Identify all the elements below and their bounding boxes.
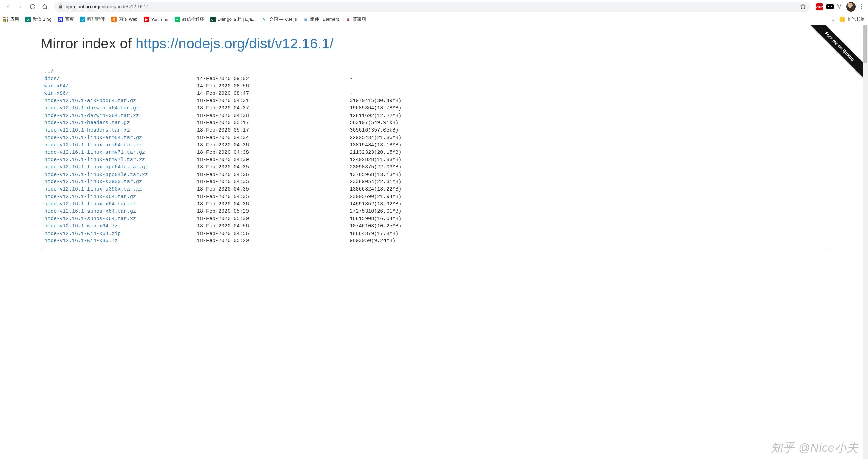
file-link[interactable]: node-v12.16.1-linux-armv7l.tar.gz bbox=[44, 149, 145, 155]
file-link[interactable]: ../ bbox=[44, 68, 54, 74]
listing-row: node-v12.16.1-sunos-x64.tar.gz 18-Feb-20… bbox=[44, 208, 824, 215]
bookmark-item[interactable]: ♨慕课网 bbox=[345, 16, 366, 22]
file-link[interactable]: win-x86/ bbox=[44, 91, 69, 96]
file-link[interactable]: node-v12.16.1-darwin-x64.tar.xz bbox=[44, 113, 139, 119]
file-link[interactable]: node-v12.16.1-linux-x64.tar.gz bbox=[44, 194, 136, 200]
bookmark-item[interactable]: b哔哩哔哩 bbox=[80, 16, 105, 22]
apps-button[interactable]: 应用 bbox=[3, 16, 19, 22]
folder-icon bbox=[840, 17, 845, 22]
file-link[interactable]: node-v12.16.1-linux-ppc64le.tar.xz bbox=[44, 172, 148, 178]
listing-row: node-v12.16.1-linux-s390x.tar.xz 18-Feb-… bbox=[44, 186, 824, 193]
profile-avatar[interactable] bbox=[846, 2, 856, 12]
bookmark-label: 闪传 Web bbox=[119, 16, 138, 22]
file-link[interactable]: node-v12.16.1-linux-arm64.tar.gz bbox=[44, 135, 142, 141]
bookmark-favicon: ▶ bbox=[144, 17, 149, 22]
bookmark-item[interactable]: V介绍 — Vue.js bbox=[262, 16, 297, 22]
listing-row: win-x86/ 14-Feb-2020 08:47 - bbox=[44, 90, 824, 97]
scrollbar-track[interactable] bbox=[863, 25, 868, 459]
bookmark-item[interactable]: ▶YouTube bbox=[144, 17, 169, 22]
listing-row: node-v12.16.1-headers.tar.gz 18-Feb-2020… bbox=[44, 119, 824, 127]
adblock-extension-icon[interactable]: ABP bbox=[816, 3, 823, 10]
file-link[interactable]: node-v12.16.1-darwin-x64.tar.gz bbox=[44, 105, 139, 111]
file-link[interactable]: node-v12.16.1-headers.tar.gz bbox=[44, 120, 130, 126]
bookmark-item[interactable]: b微软 Bing bbox=[25, 16, 52, 22]
chrome-menu-button[interactable] bbox=[857, 4, 865, 9]
forward-button[interactable] bbox=[15, 1, 26, 12]
bookmark-label: 百度 bbox=[65, 16, 74, 22]
file-link[interactable]: node-v12.16.1-sunos-x64.tar.gz bbox=[44, 208, 136, 214]
directory-listing: ../docs/ 14-Feb-2020 09:02 -win-x64/ 14-… bbox=[41, 63, 827, 250]
bookmark-label: 慕课网 bbox=[353, 16, 366, 22]
back-button[interactable] bbox=[3, 1, 14, 12]
bookmark-item[interactable]: djDjango 文档 | Dja... bbox=[210, 16, 256, 22]
bookmark-favicon: dj bbox=[210, 17, 216, 22]
svg-marker-0 bbox=[800, 4, 805, 9]
listing-row: node-v12.16.1-darwin-x64.tar.xz 18-Feb-2… bbox=[44, 112, 824, 120]
listing-row: node-v12.16.1-win-x86.7z 18-Feb-2020 05:… bbox=[44, 237, 824, 245]
listing-row: node-v12.16.1-aix-ppc64.tar.gz 18-Feb-20… bbox=[44, 97, 824, 105]
bookmark-favicon: ● bbox=[175, 17, 180, 22]
reload-button[interactable] bbox=[27, 1, 38, 12]
file-link[interactable]: node-v12.16.1-sunos-x64.tar.xz bbox=[44, 216, 136, 222]
extension-icon[interactable] bbox=[826, 4, 834, 9]
listing-row: win-x64/ 14-Feb-2020 08:56 - bbox=[44, 83, 824, 90]
file-link[interactable]: node-v12.16.1-linux-armv7l.tar.xz bbox=[44, 157, 145, 163]
bookmark-item[interactable]: X闪传 Web bbox=[111, 16, 138, 22]
other-bookmarks-button[interactable]: 其他书签 bbox=[840, 16, 865, 22]
listing-row: docs/ 14-Feb-2020 09:02 - bbox=[44, 75, 824, 83]
file-link[interactable]: node-v12.16.1-linux-x64.tar.xz bbox=[44, 201, 136, 207]
title-prefix: Mirror index of bbox=[41, 36, 136, 52]
scrollbar-thumb[interactable] bbox=[863, 25, 867, 63]
bookmark-item[interactable]: ௮百度 bbox=[58, 16, 74, 22]
bookmark-favicon: ௮ bbox=[58, 17, 63, 22]
home-button[interactable] bbox=[39, 1, 50, 12]
bookmarks-overflow-button[interactable]: » bbox=[832, 17, 835, 22]
listing-row: node-v12.16.1-linux-arm64.tar.xz 18-Feb-… bbox=[44, 142, 824, 149]
bookmark-label: 哔哩哔哩 bbox=[87, 16, 105, 22]
file-link[interactable]: node-v12.16.1-linux-arm64.tar.xz bbox=[44, 142, 142, 148]
file-link[interactable]: node-v12.16.1-aix-ppc64.tar.gz bbox=[44, 98, 136, 104]
bookmark-favicon: V bbox=[262, 17, 267, 22]
title-link[interactable]: https://nodejs.org/dist/v12.16.1/ bbox=[136, 36, 334, 52]
listing-row: node-v12.16.1-linux-arm64.tar.gz 18-Feb-… bbox=[44, 134, 824, 142]
listing-row: node-v12.16.1-linux-s390x.tar.gz 18-Feb-… bbox=[44, 178, 824, 186]
listing-row: node-v12.16.1-linux-armv7l.tar.xz 18-Feb… bbox=[44, 156, 824, 164]
listing-row: node-v12.16.1-sunos-x64.tar.xz 18-Feb-20… bbox=[44, 215, 824, 223]
file-link[interactable]: node-v12.16.1-linux-s390x.tar.xz bbox=[44, 186, 142, 192]
listing-row: node-v12.16.1-headers.tar.xz 18-Feb-2020… bbox=[44, 127, 824, 134]
apps-grid-icon bbox=[3, 17, 8, 22]
file-link[interactable]: node-v12.16.1-linux-s390x.tar.gz bbox=[44, 179, 142, 185]
vue-devtools-icon[interactable]: V bbox=[837, 3, 841, 11]
bookmark-item[interactable]: E组件 | Element bbox=[303, 16, 339, 22]
file-link[interactable]: node-v12.16.1-win-x64.7z bbox=[44, 223, 118, 229]
file-link[interactable]: docs/ bbox=[44, 76, 60, 82]
apps-label: 应用 bbox=[10, 16, 19, 22]
other-bookmarks-label: 其他书签 bbox=[847, 16, 865, 22]
bookmark-star-icon[interactable] bbox=[800, 3, 806, 11]
bookmark-favicon: E bbox=[303, 17, 308, 22]
file-link[interactable]: node-v12.16.1-linux-ppc64le.tar.gz bbox=[44, 164, 148, 170]
bookmark-item[interactable]: ●微信小程序 bbox=[175, 16, 204, 22]
bookmark-label: YouTube bbox=[151, 17, 169, 22]
separator bbox=[845, 3, 845, 10]
page-viewport: Fork me on GitHub Mirror index of https:… bbox=[0, 25, 868, 459]
extension-icons: ABP V bbox=[814, 3, 843, 11]
file-link[interactable]: win-x64/ bbox=[44, 83, 69, 89]
lock-icon bbox=[58, 4, 63, 9]
bookmark-favicon: ♨ bbox=[345, 17, 351, 22]
listing-row: node-v12.16.1-win-x64.7z 18-Feb-2020 04:… bbox=[44, 223, 824, 230]
bookmarks-bar: 应用 b微软 Bing௮百度b哔哩哔哩X闪传 Web▶YouTube●微信小程序… bbox=[0, 14, 868, 25]
url-path: /mirrors/node/v12.16.1/ bbox=[99, 4, 148, 9]
address-bar[interactable]: npm.taobao.org/mirrors/node/v12.16.1/ bbox=[54, 2, 810, 12]
listing-row: node-v12.16.1-linux-ppc64le.tar.xz 18-Fe… bbox=[44, 171, 824, 179]
bookmark-favicon: X bbox=[111, 17, 117, 22]
bookmark-label: Django 文档 | Dja... bbox=[218, 16, 256, 22]
bookmark-label: 组件 | Element bbox=[310, 16, 339, 22]
bookmark-label: 介绍 — Vue.js bbox=[269, 16, 297, 22]
listing-row: node-v12.16.1-win-x64.zip 18-Feb-2020 04… bbox=[44, 230, 824, 238]
browser-toolbar: npm.taobao.org/mirrors/node/v12.16.1/ AB… bbox=[0, 0, 868, 14]
file-link[interactable]: node-v12.16.1-win-x64.zip bbox=[44, 231, 121, 237]
url-host: npm.taobao.org bbox=[66, 4, 99, 9]
file-link[interactable]: node-v12.16.1-win-x86.7z bbox=[44, 238, 118, 244]
file-link[interactable]: node-v12.16.1-headers.tar.xz bbox=[44, 127, 130, 133]
